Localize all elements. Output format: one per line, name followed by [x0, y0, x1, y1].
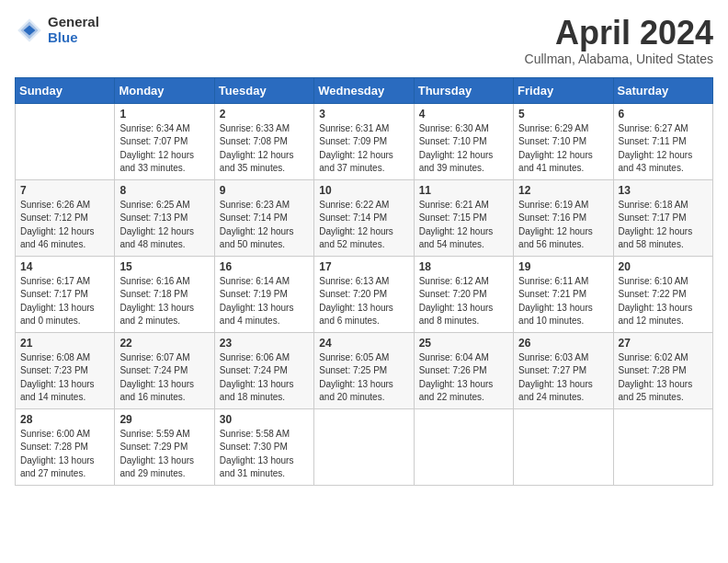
day-info: Sunrise: 6:33 AMSunset: 7:08 PMDaylight:… — [220, 122, 309, 176]
calendar-cell — [16, 103, 115, 179]
day-info: Sunrise: 6:05 AMSunset: 7:25 PMDaylight:… — [319, 351, 408, 405]
calendar-cell: 13Sunrise: 6:18 AMSunset: 7:17 PMDayligh… — [613, 179, 712, 256]
calendar-cell: 26Sunrise: 6:03 AMSunset: 7:27 PMDayligh… — [514, 332, 613, 408]
calendar-cell: 29Sunrise: 5:59 AMSunset: 7:29 PMDayligh… — [115, 408, 214, 485]
day-info: Sunrise: 6:26 AMSunset: 7:12 PMDaylight:… — [20, 199, 109, 252]
day-info: Sunrise: 6:31 AMSunset: 7:09 PMDaylight:… — [319, 122, 408, 176]
day-header-friday: Friday — [514, 77, 613, 103]
day-info: Sunrise: 6:07 AMSunset: 7:24 PMDaylight:… — [119, 351, 209, 405]
day-header-monday: Monday — [115, 77, 214, 103]
day-number: 20 — [619, 260, 708, 273]
calendar-cell — [414, 408, 513, 485]
calendar-cell: 17Sunrise: 6:13 AMSunset: 7:20 PMDayligh… — [314, 256, 414, 332]
day-number: 19 — [518, 260, 608, 273]
day-info: Sunrise: 6:16 AMSunset: 7:18 PMDaylight:… — [119, 275, 209, 328]
calendar-cell: 3Sunrise: 6:31 AMSunset: 7:09 PMDaylight… — [314, 103, 414, 179]
day-number: 11 — [419, 184, 508, 197]
day-info: Sunrise: 6:10 AMSunset: 7:22 PMDaylight:… — [619, 275, 708, 328]
day-info: Sunrise: 6:19 AMSunset: 7:16 PMDaylight:… — [518, 199, 608, 252]
day-info: Sunrise: 6:23 AMSunset: 7:14 PMDaylight:… — [220, 199, 309, 252]
calendar-cell: 24Sunrise: 6:05 AMSunset: 7:25 PMDayligh… — [314, 332, 414, 408]
day-info: Sunrise: 6:08 AMSunset: 7:23 PMDaylight:… — [20, 351, 109, 405]
day-info: Sunrise: 6:21 AMSunset: 7:15 PMDaylight:… — [419, 199, 508, 252]
day-number: 16 — [220, 260, 309, 273]
calendar-cell: 18Sunrise: 6:12 AMSunset: 7:20 PMDayligh… — [414, 256, 513, 332]
day-number: 30 — [220, 413, 309, 426]
day-number: 4 — [419, 108, 508, 121]
day-info: Sunrise: 6:17 AMSunset: 7:17 PMDaylight:… — [20, 275, 109, 328]
day-number: 14 — [20, 260, 109, 273]
calendar-table: SundayMondayTuesdayWednesdayThursdayFrid… — [15, 77, 713, 486]
location: Cullman, Alabama, United States — [525, 52, 713, 66]
day-info: Sunrise: 6:30 AMSunset: 7:10 PMDaylight:… — [419, 122, 508, 176]
day-info: Sunrise: 6:34 AMSunset: 7:07 PMDaylight:… — [119, 122, 209, 176]
calendar-week-5: 28Sunrise: 6:00 AMSunset: 7:28 PMDayligh… — [16, 408, 713, 485]
calendar-cell: 23Sunrise: 6:06 AMSunset: 7:24 PMDayligh… — [214, 332, 313, 408]
day-info: Sunrise: 6:29 AMSunset: 7:10 PMDaylight:… — [518, 122, 608, 176]
day-number: 26 — [518, 337, 608, 350]
calendar-cell — [613, 408, 712, 485]
day-header-tuesday: Tuesday — [214, 77, 313, 103]
calendar-cell: 30Sunrise: 5:58 AMSunset: 7:30 PMDayligh… — [214, 408, 313, 485]
day-number: 23 — [220, 337, 309, 350]
title-block: April 2024 Cullman, Alabama, United Stat… — [525, 15, 713, 66]
calendar-cell: 22Sunrise: 6:07 AMSunset: 7:24 PMDayligh… — [115, 332, 214, 408]
day-number: 22 — [119, 337, 209, 350]
calendar-cell: 14Sunrise: 6:17 AMSunset: 7:17 PMDayligh… — [16, 256, 115, 332]
calendar-cell: 20Sunrise: 6:10 AMSunset: 7:22 PMDayligh… — [613, 256, 712, 332]
calendar-week-1: 1Sunrise: 6:34 AMSunset: 7:07 PMDaylight… — [16, 103, 713, 179]
day-info: Sunrise: 6:12 AMSunset: 7:20 PMDaylight:… — [419, 275, 508, 328]
day-info: Sunrise: 5:58 AMSunset: 7:30 PMDaylight:… — [220, 428, 309, 481]
day-info: Sunrise: 6:14 AMSunset: 7:19 PMDaylight:… — [220, 275, 309, 328]
logo-blue: Blue — [48, 30, 99, 46]
day-info: Sunrise: 6:03 AMSunset: 7:27 PMDaylight:… — [518, 351, 608, 405]
calendar-cell — [314, 408, 414, 485]
day-header-thursday: Thursday — [414, 77, 513, 103]
logo: General Blue — [15, 15, 99, 45]
day-info: Sunrise: 6:02 AMSunset: 7:28 PMDaylight:… — [619, 351, 708, 405]
calendar-cell: 6Sunrise: 6:27 AMSunset: 7:11 PMDaylight… — [613, 103, 712, 179]
calendar-cell: 21Sunrise: 6:08 AMSunset: 7:23 PMDayligh… — [16, 332, 115, 408]
day-number: 28 — [20, 413, 109, 426]
day-number: 8 — [119, 184, 209, 197]
day-info: Sunrise: 6:18 AMSunset: 7:17 PMDaylight:… — [619, 199, 708, 252]
calendar-cell: 19Sunrise: 6:11 AMSunset: 7:21 PMDayligh… — [514, 256, 613, 332]
calendar-week-3: 14Sunrise: 6:17 AMSunset: 7:17 PMDayligh… — [16, 256, 713, 332]
calendar-cell: 5Sunrise: 6:29 AMSunset: 7:10 PMDaylight… — [514, 103, 613, 179]
day-number: 24 — [319, 337, 408, 350]
day-info: Sunrise: 6:11 AMSunset: 7:21 PMDaylight:… — [518, 275, 608, 328]
calendar-cell: 8Sunrise: 6:25 AMSunset: 7:13 PMDaylight… — [115, 179, 214, 256]
day-number: 15 — [119, 260, 209, 273]
logo-general: General — [48, 15, 99, 30]
day-number: 6 — [619, 108, 708, 121]
calendar-cell: 1Sunrise: 6:34 AMSunset: 7:07 PMDaylight… — [115, 103, 214, 179]
calendar-cell: 10Sunrise: 6:22 AMSunset: 7:14 PMDayligh… — [314, 179, 414, 256]
calendar-header-row: SundayMondayTuesdayWednesdayThursdayFrid… — [16, 77, 713, 103]
day-number: 9 — [220, 184, 309, 197]
calendar-cell: 4Sunrise: 6:30 AMSunset: 7:10 PMDaylight… — [414, 103, 513, 179]
logo-text: General Blue — [48, 15, 99, 45]
calendar-cell: 12Sunrise: 6:19 AMSunset: 7:16 PMDayligh… — [514, 179, 613, 256]
day-info: Sunrise: 5:59 AMSunset: 7:29 PMDaylight:… — [119, 428, 209, 481]
day-number: 21 — [20, 337, 109, 350]
calendar-week-4: 21Sunrise: 6:08 AMSunset: 7:23 PMDayligh… — [16, 332, 713, 408]
day-info: Sunrise: 6:27 AMSunset: 7:11 PMDaylight:… — [619, 122, 708, 176]
calendar-cell: 9Sunrise: 6:23 AMSunset: 7:14 PMDaylight… — [214, 179, 313, 256]
month-title: April 2024 — [525, 15, 713, 52]
day-number: 10 — [319, 184, 408, 197]
calendar-cell: 2Sunrise: 6:33 AMSunset: 7:08 PMDaylight… — [214, 103, 313, 179]
logo-icon — [15, 16, 44, 45]
day-number: 13 — [619, 184, 708, 197]
calendar-cell: 25Sunrise: 6:04 AMSunset: 7:26 PMDayligh… — [414, 332, 513, 408]
calendar-week-2: 7Sunrise: 6:26 AMSunset: 7:12 PMDaylight… — [16, 179, 713, 256]
day-info: Sunrise: 6:22 AMSunset: 7:14 PMDaylight:… — [319, 199, 408, 252]
day-number: 1 — [119, 108, 209, 121]
day-number: 5 — [518, 108, 608, 121]
day-number: 27 — [619, 337, 708, 350]
day-number: 29 — [119, 413, 209, 426]
day-info: Sunrise: 6:25 AMSunset: 7:13 PMDaylight:… — [119, 199, 209, 252]
day-header-sunday: Sunday — [16, 77, 115, 103]
calendar-cell: 7Sunrise: 6:26 AMSunset: 7:12 PMDaylight… — [16, 179, 115, 256]
day-number: 7 — [20, 184, 109, 197]
day-info: Sunrise: 6:06 AMSunset: 7:24 PMDaylight:… — [220, 351, 309, 405]
